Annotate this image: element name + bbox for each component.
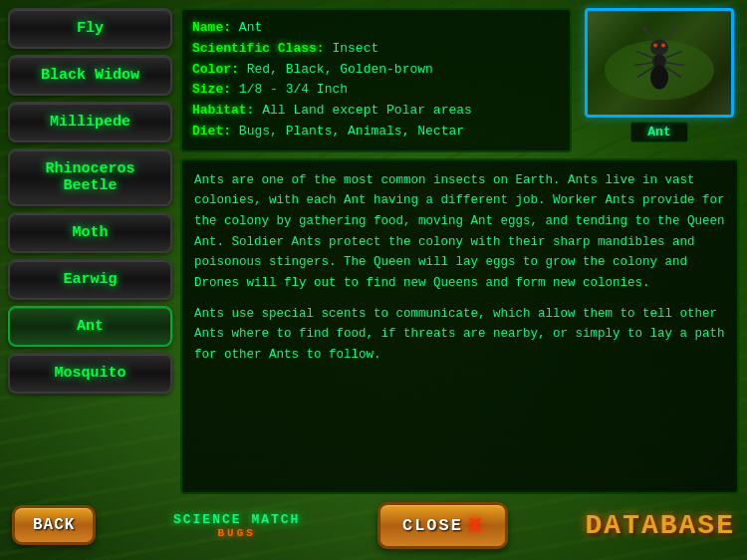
creature-label: Ant bbox=[630, 122, 687, 142]
sidebar-item-fly[interactable]: Fly bbox=[8, 8, 172, 49]
sci-class-label: Scientific Class: bbox=[192, 41, 325, 56]
sidebar-item-black-widow[interactable]: Black Widow bbox=[8, 55, 172, 96]
svg-point-15 bbox=[661, 44, 665, 48]
svg-point-3 bbox=[650, 66, 668, 90]
sidebar-item-rhinoceros-beetle[interactable]: Rhinoceros Beetle bbox=[8, 148, 172, 206]
creature-image-box: Ant bbox=[580, 8, 739, 152]
color-value: Red, Black, Golden-brown bbox=[247, 62, 433, 77]
svg-point-1 bbox=[650, 40, 668, 56]
size-label: Size: bbox=[192, 82, 231, 97]
description-p2: Ants use special scents to communicate, … bbox=[194, 304, 725, 366]
sidebar-item-earwig[interactable]: Earwig bbox=[8, 259, 172, 300]
creature-info-box: Name: Ant Scientific Class: Insect Color… bbox=[180, 8, 572, 152]
sidebar-item-millipede[interactable]: Millipede bbox=[8, 102, 172, 142]
sci-class-value: Insect bbox=[332, 41, 378, 56]
close-label: CLOSE bbox=[402, 516, 463, 535]
habitat-value: All Land except Polar areas bbox=[262, 103, 472, 118]
svg-line-5 bbox=[663, 30, 674, 42]
color-label: Color: bbox=[192, 62, 239, 77]
description-p1: Ants are one of the most common insects … bbox=[194, 170, 725, 294]
bottom-bar: BACK SCIENCE MATCH BUGS CLOSE X DATABASE bbox=[8, 494, 739, 552]
svg-point-7 bbox=[672, 27, 676, 31]
habitat-label: Habitat: bbox=[192, 103, 254, 118]
creature-image bbox=[585, 8, 734, 118]
back-button[interactable]: BACK bbox=[12, 505, 96, 545]
svg-point-14 bbox=[653, 44, 657, 48]
sidebar-item-moth[interactable]: Moth bbox=[8, 212, 172, 253]
sidebar-item-ant[interactable]: Ant bbox=[8, 306, 172, 347]
content-panel: Name: Ant Scientific Class: Insect Color… bbox=[180, 8, 739, 494]
description-box: Ants are one of the most common insects … bbox=[180, 158, 739, 494]
name-label: Name: bbox=[192, 20, 231, 35]
diet-label: Diet: bbox=[192, 124, 231, 139]
name-value: Ant bbox=[239, 20, 262, 35]
close-x-icon: X bbox=[469, 514, 483, 537]
svg-line-4 bbox=[644, 30, 655, 42]
size-value: 1/8 - 3/4 Inch bbox=[239, 82, 348, 97]
svg-point-6 bbox=[642, 27, 646, 31]
diet-value: Bugs, Plants, Animals, Nectar bbox=[239, 124, 464, 139]
sidebar: Fly Black Widow Millipede Rhinoceros Bee… bbox=[8, 8, 172, 494]
database-title: DATABASE bbox=[586, 510, 735, 541]
logo-line1: SCIENCE MATCH bbox=[173, 512, 300, 527]
info-header: Name: Ant Scientific Class: Insect Color… bbox=[180, 8, 739, 152]
close-button[interactable]: CLOSE X bbox=[377, 502, 508, 549]
science-match-logo: SCIENCE MATCH BUGS bbox=[173, 512, 300, 539]
sidebar-item-mosquito[interactable]: Mosquito bbox=[8, 353, 172, 394]
logo-line2: BUGS bbox=[173, 527, 300, 539]
ant-illustration bbox=[595, 16, 724, 111]
